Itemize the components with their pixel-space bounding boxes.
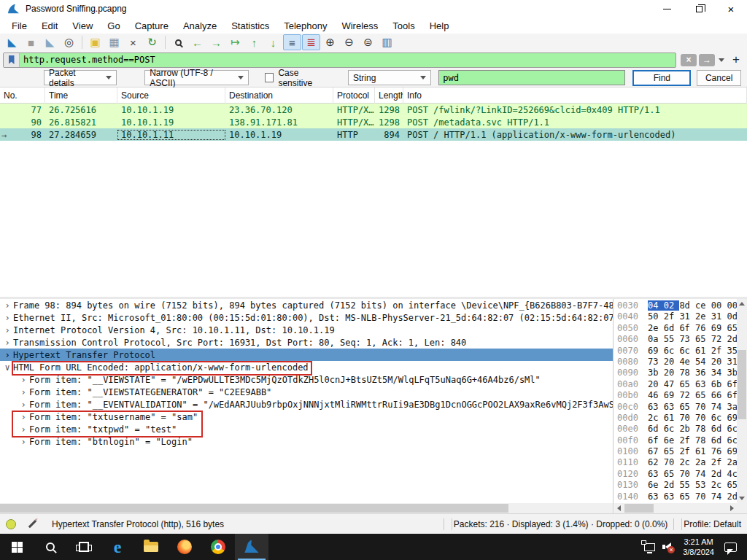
expand-arrow-icon[interactable]: › xyxy=(1,325,13,335)
hex-row[interactable]: 00d02c 61 70 70 6c 69 xyxy=(617,413,737,424)
taskbar-chrome-button[interactable] xyxy=(201,534,235,560)
detail-row[interactable]: ›Internet Protocol Version 4, Src: 10.10… xyxy=(0,324,613,336)
expand-arrow-icon[interactable]: › xyxy=(1,350,13,360)
column-header-time[interactable]: Time xyxy=(45,88,117,104)
taskbar-search-button[interactable] xyxy=(34,534,67,560)
expand-arrow-icon[interactable]: › xyxy=(18,387,29,397)
restore-button[interactable] xyxy=(683,0,715,18)
packet-row[interactable]: 9026.81582110.10.1.19138.91.171.81HTTP/X… xyxy=(0,116,747,128)
column-header-destination[interactable]: Destination xyxy=(225,88,333,104)
scroll-down-icon[interactable] xyxy=(739,497,745,500)
close-button[interactable]: × xyxy=(715,0,747,18)
hex-row[interactable]: 004050 2f 31 2e 31 0d xyxy=(617,311,737,322)
taskbar-start-button[interactable] xyxy=(0,534,34,560)
hex-row[interactable]: 003004 02 8d ce 00 00 xyxy=(617,300,737,311)
find-charset-select[interactable]: Narrow (UTF-8 / ASCII) xyxy=(144,70,249,85)
column-header-source[interactable]: Source xyxy=(117,88,225,104)
find-scope-select[interactable]: Packet details xyxy=(44,70,117,85)
expand-arrow-icon[interactable]: › xyxy=(18,400,29,410)
hex-row[interactable]: 01306e 2d 55 53 2c 65 xyxy=(617,480,737,491)
open-file-icon[interactable]: ▣ xyxy=(86,34,104,50)
display-filter-input[interactable]: http.request.method==POST xyxy=(20,55,676,65)
expand-arrow-icon[interactable]: › xyxy=(1,300,13,311)
expand-arrow-icon[interactable]: › xyxy=(18,412,29,422)
reload-file-icon[interactable]: ↻ xyxy=(143,34,161,50)
taskbar-task-view-button[interactable] xyxy=(67,534,101,560)
expand-arrow-icon[interactable]: › xyxy=(18,424,29,435)
filter-add-button[interactable]: + xyxy=(728,52,744,67)
expand-arrow-icon[interactable]: › xyxy=(1,313,13,323)
scrollbar-thumb[interactable] xyxy=(624,504,654,513)
zoom-in-icon[interactable]: ⊕ xyxy=(321,34,339,50)
hex-row[interactable]: 00502e 6d 6f 76 69 65 xyxy=(617,323,737,334)
menu-capture[interactable]: Capture xyxy=(128,19,176,33)
menu-tools[interactable]: Tools xyxy=(385,19,422,33)
minimize-button[interactable] xyxy=(651,0,683,18)
hex-row[interactable]: 00b046 69 72 65 66 6f xyxy=(617,390,737,401)
capture-options-icon[interactable]: ◎ xyxy=(60,34,78,50)
go-first-icon[interactable]: ↑ xyxy=(245,34,263,50)
stop-capture-icon[interactable]: ■ xyxy=(22,34,40,50)
find-query-input[interactable]: pwd xyxy=(438,70,625,85)
detail-row[interactable]: ›Transmission Control Protocol, Src Port… xyxy=(0,336,613,349)
hex-row[interactable]: 011062 70 2c 2a 2f 2a xyxy=(617,457,737,468)
menu-go[interactable]: Go xyxy=(100,19,127,33)
menu-view[interactable]: View xyxy=(65,19,100,33)
column-header-info[interactable]: Info xyxy=(403,88,747,104)
detail-row[interactable]: ›Form item: "__VIEWSTATE" = "/wEPDwULLTE… xyxy=(0,373,613,386)
case-sensitive-checkbox[interactable] xyxy=(265,73,274,82)
taskbar-file-explorer-button[interactable] xyxy=(134,534,168,560)
packet-row[interactable]: 7726.72561610.10.1.1923.36.70.120HTTP/X…… xyxy=(0,104,747,116)
packet-row[interactable]: 98→27.28465910.10.1.1110.10.1.19HTTP894P… xyxy=(0,128,747,141)
go-to-packet-icon[interactable]: ↦ xyxy=(226,34,244,50)
zoom-out-icon[interactable]: ⊖ xyxy=(340,34,358,50)
hex-row[interactable]: 007069 6c 6c 61 2f 35 xyxy=(617,346,737,357)
menu-statistics[interactable]: Statistics xyxy=(224,19,276,33)
taskbar-edge-button[interactable]: e xyxy=(101,534,134,560)
scroll-left-icon[interactable] xyxy=(617,505,621,511)
scrollbar-thumb[interactable] xyxy=(0,504,508,513)
go-back-icon[interactable]: ← xyxy=(188,34,206,50)
hex-row[interactable]: 012063 65 70 74 2d 4c xyxy=(617,469,737,480)
hex-vertical-scrollbar[interactable] xyxy=(737,299,747,503)
filter-apply-button[interactable]: → xyxy=(699,54,715,66)
find-button[interactable]: Find xyxy=(632,70,691,86)
scrollbar-thumb[interactable] xyxy=(738,350,746,419)
auto-scroll-icon[interactable]: ≡ xyxy=(283,34,301,50)
network-tray-icon[interactable] xyxy=(644,543,655,551)
hex-row[interactable]: 008073 20 4e 54 20 31 xyxy=(617,357,737,368)
volume-muted-icon[interactable] xyxy=(665,542,671,551)
menu-file[interactable]: File xyxy=(4,19,34,33)
column-header-length[interactable]: Length xyxy=(375,88,403,104)
hex-row[interactable]: 00c063 63 65 70 74 3a xyxy=(617,402,737,413)
column-header-protocol[interactable]: Protocol xyxy=(333,88,375,104)
expand-arrow-icon[interactable]: › xyxy=(1,338,13,348)
detail-row[interactable]: ∨HTML Form URL Encoded: application/x-ww… xyxy=(0,361,613,373)
status-profile[interactable]: Profile: Default xyxy=(684,519,741,529)
case-sensitive-option[interactable]: Case sensitive xyxy=(265,68,332,88)
scroll-up-icon[interactable] xyxy=(739,302,745,306)
cancel-button[interactable]: Cancel xyxy=(697,70,741,86)
resize-columns-icon[interactable]: ▥ xyxy=(378,34,396,50)
restart-capture-icon[interactable]: ◣ xyxy=(41,34,59,50)
menu-wireless[interactable]: Wireless xyxy=(334,19,385,33)
hex-row[interactable]: 00a020 47 65 63 6b 6f xyxy=(617,379,737,390)
filter-bookmark-button[interactable] xyxy=(4,53,20,67)
go-forward-icon[interactable]: → xyxy=(207,34,225,50)
detail-row[interactable]: ›Hypertext Transfer Protocol xyxy=(0,349,613,361)
expand-arrow-icon[interactable]: › xyxy=(18,375,29,385)
save-file-icon[interactable]: ▦ xyxy=(105,34,123,50)
expert-info-icon[interactable] xyxy=(6,519,16,529)
action-center-icon[interactable] xyxy=(724,542,737,552)
capture-comment-icon[interactable] xyxy=(28,520,36,528)
column-header-no[interactable]: No. xyxy=(0,88,45,104)
hex-horizontal-scrollbar[interactable] xyxy=(614,503,737,513)
hex-row[interactable]: 00f06f 6e 2f 78 6d 6c xyxy=(617,435,737,446)
filter-clear-button[interactable]: × xyxy=(681,54,697,66)
menu-edit[interactable]: Edit xyxy=(34,19,65,33)
scroll-right-icon[interactable] xyxy=(730,505,734,511)
detail-row[interactable]: ›Form item: "txtusername" = "sam" xyxy=(0,411,613,423)
detail-row[interactable]: ›Form item: "__VIEWSTATEGENERATOR" = "C2… xyxy=(0,386,613,398)
hex-row[interactable]: 00e06d 6c 2b 78 6d 6c xyxy=(617,424,737,435)
find-type-select[interactable]: String xyxy=(348,70,431,85)
